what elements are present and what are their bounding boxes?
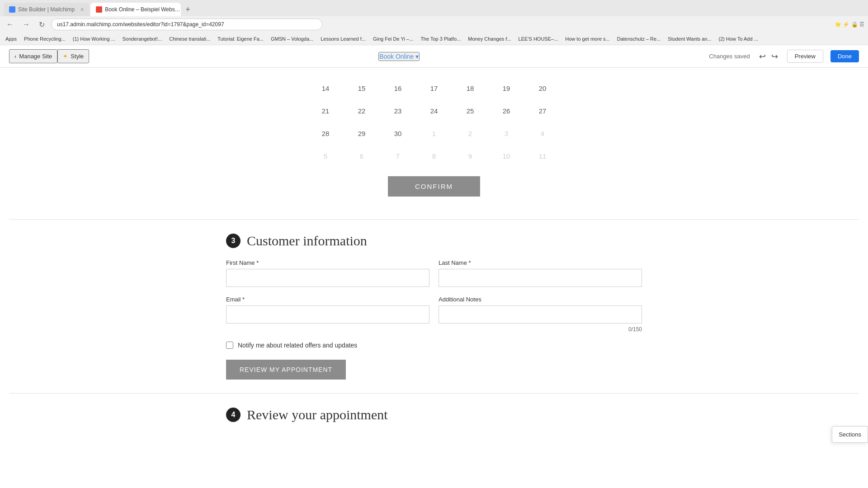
tab-site-builder[interactable]: Site Builder | Mailchimp ✕: [4, 3, 90, 16]
first-name-group: First Name *: [226, 259, 429, 287]
bookmark-14[interactable]: Student Wants an...: [666, 35, 713, 42]
manage-site-button[interactable]: ‹ Manage Site: [9, 49, 57, 63]
cal-day-24[interactable]: 24: [416, 99, 452, 122]
additional-notes-input[interactable]: [439, 305, 642, 324]
main-content: 14 15 16 17 18 19 20 21 22 23 24 25 26 2…: [0, 68, 868, 474]
chevron-left-icon: ‹: [14, 53, 16, 60]
address-bar: ← → ↻ ⭐ ⚡ 🔒 ☰: [0, 16, 868, 33]
notes-group: Additional Notes 0/150: [439, 296, 642, 333]
changes-saved-status: Changes saved: [709, 53, 750, 60]
additional-notes-label: Additional Notes: [439, 296, 642, 303]
last-name-group: Last Name *: [439, 259, 642, 287]
cal-day-26[interactable]: 26: [488, 99, 524, 122]
bookmark-1[interactable]: Phone Recycling...: [22, 35, 67, 42]
cal-day-17[interactable]: 17: [416, 77, 452, 99]
bookmark-15[interactable]: (2) How To Add ...: [717, 35, 760, 42]
customer-info-section: 3 Customer information First Name * Last…: [217, 220, 651, 393]
email-notes-row: Email * Additional Notes 0/150: [226, 296, 642, 333]
book-online-button[interactable]: Book Online ▾: [378, 52, 420, 61]
bookmark-4[interactable]: Chinese translati...: [167, 35, 212, 42]
bookmark-13[interactable]: Datenschutz – Re...: [615, 35, 663, 42]
cal-day-23[interactable]: 23: [380, 99, 416, 122]
bookmark-3[interactable]: Sonderangebot!...: [121, 35, 164, 42]
cal-day-19[interactable]: 19: [488, 77, 524, 99]
cal-day-10-next[interactable]: 10: [488, 145, 524, 167]
tab-close-1[interactable]: ✕: [80, 7, 84, 13]
tab-book-online[interactable]: Book Online – Beispiel Webs… ✕: [90, 3, 181, 16]
bookmark-11[interactable]: LEE'S HOUSE–...: [517, 35, 560, 42]
cal-day-8-next[interactable]: 8: [416, 145, 452, 167]
last-name-input[interactable]: [439, 269, 642, 287]
cal-day-28[interactable]: 28: [307, 122, 344, 145]
forward-button[interactable]: →: [20, 19, 33, 29]
section-3-header: 3 Customer information: [226, 233, 642, 249]
section-4-header: 4 Review your appointment: [226, 407, 642, 422]
cal-day-15[interactable]: 15: [344, 77, 380, 99]
cal-day-3-next[interactable]: 3: [488, 122, 524, 145]
name-row: First Name * Last Name *: [226, 259, 642, 287]
cal-day-16[interactable]: 16: [380, 77, 416, 99]
bookmark-6[interactable]: GMSN – Vologda...: [269, 35, 315, 42]
sections-panel[interactable]: Sections: [832, 426, 868, 443]
tab-icon-2: [96, 6, 102, 13]
notify-label[interactable]: Notify me about related offers and updat…: [238, 342, 357, 349]
cal-day-29[interactable]: 29: [344, 122, 380, 145]
cal-day-5-next[interactable]: 5: [307, 145, 344, 167]
preview-button[interactable]: Preview: [787, 50, 823, 63]
redo-button[interactable]: ↪: [769, 51, 780, 62]
address-input[interactable]: [51, 19, 322, 30]
first-name-label: First Name *: [226, 259, 429, 266]
bookmark-apps[interactable]: Apps: [4, 35, 19, 42]
browser-icons: ⭐ ⚡ 🔒 ☰: [835, 21, 864, 28]
cal-day-14[interactable]: 14: [307, 77, 344, 99]
cal-day-18[interactable]: 18: [452, 77, 488, 99]
confirm-button[interactable]: CONFIRM: [388, 176, 480, 197]
chevron-down-icon: ▾: [415, 53, 419, 60]
section-3-title: Customer information: [247, 233, 367, 249]
cal-day-30[interactable]: 30: [380, 122, 416, 145]
done-button[interactable]: Done: [830, 50, 859, 62]
browser-window: Site Builder | Mailchimp ✕ Book Online –…: [0, 0, 868, 45]
bookmark-5[interactable]: Tutorial: Eigene Fa...: [216, 35, 265, 42]
cal-day-9-next[interactable]: 9: [452, 145, 488, 167]
review-section: 4 Review your appointment: [217, 394, 651, 451]
section-4-number: 4: [226, 408, 241, 422]
cal-day-21[interactable]: 21: [307, 99, 344, 122]
cal-day-4-next[interactable]: 4: [524, 122, 561, 145]
bookmark-2[interactable]: (1) How Working ...: [71, 35, 117, 42]
notify-checkbox[interactable]: [226, 342, 233, 349]
bookmark-7[interactable]: Lessons Learned f...: [319, 35, 368, 42]
char-count: 0/150: [439, 326, 642, 333]
notify-checkbox-row: Notify me about related offers and updat…: [226, 342, 642, 349]
first-name-input[interactable]: [226, 269, 429, 287]
cal-day-6-next[interactable]: 6: [344, 145, 380, 167]
tab-bar: Site Builder | Mailchimp ✕ Book Online –…: [0, 0, 868, 16]
undo-redo-group: ↩ ↪: [757, 51, 780, 62]
bookmark-9[interactable]: The Top 3 Platfo...: [419, 35, 462, 42]
bookmark-10[interactable]: Money Changes f...: [466, 35, 513, 42]
section-3-number: 3: [226, 234, 241, 248]
cal-day-22[interactable]: 22: [344, 99, 380, 122]
bookmark-8[interactable]: Ging Fei De Yi –...: [371, 35, 415, 42]
cal-day-25[interactable]: 25: [452, 99, 488, 122]
cal-day-1-next[interactable]: 1: [416, 122, 452, 145]
email-group: Email *: [226, 296, 429, 333]
undo-button[interactable]: ↩: [757, 51, 768, 62]
cal-day-20[interactable]: 20: [524, 77, 561, 99]
reload-button[interactable]: ↻: [36, 19, 47, 30]
cal-day-7-next[interactable]: 7: [380, 145, 416, 167]
cal-day-27[interactable]: 27: [524, 99, 561, 122]
section-4-title: Review your appointment: [247, 407, 388, 422]
review-appointment-button[interactable]: Review My Appointment: [226, 360, 346, 380]
bookmark-12[interactable]: How to get more s...: [563, 35, 611, 42]
back-button[interactable]: ←: [4, 19, 16, 29]
cal-day-11-next[interactable]: 11: [524, 145, 561, 167]
app-header: ‹ Manage Site ✦ Style Book Online ▾ Chan…: [0, 45, 868, 68]
cal-day-2-next[interactable]: 2: [452, 122, 488, 145]
email-label: Email *: [226, 296, 429, 303]
new-tab-button[interactable]: +: [182, 5, 194, 14]
email-input[interactable]: [226, 305, 429, 324]
bookmarks-bar: Apps Phone Recycling... (1) How Working …: [0, 33, 868, 45]
style-button[interactable]: ✦ Style: [57, 49, 89, 63]
calendar-section: 14 15 16 17 18 19 20 21 22 23 24 25 26 2…: [217, 68, 651, 219]
